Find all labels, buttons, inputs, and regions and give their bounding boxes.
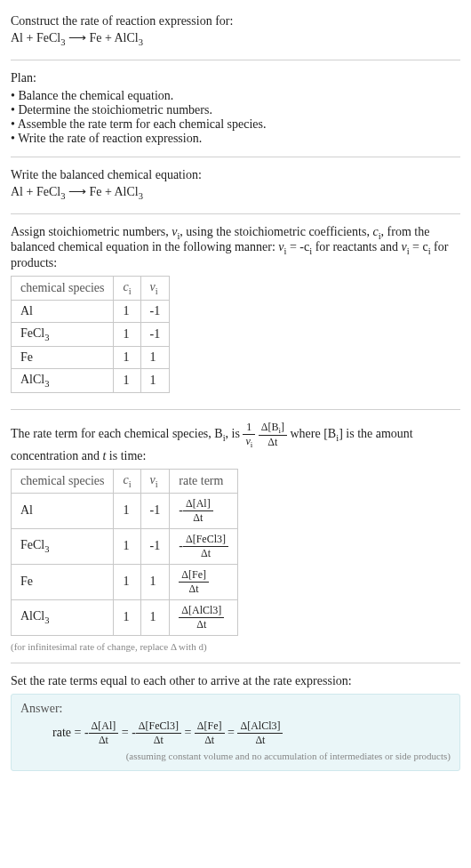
dBi-dt: Δ[Bi] Δt xyxy=(259,421,287,449)
rate-prefix: rate = xyxy=(52,725,84,738)
eq-lhs: Al + FeCl xyxy=(11,185,60,198)
table-header-row: chemical species ci νi rate term xyxy=(12,469,238,493)
answer-label: Answer: xyxy=(20,702,451,716)
divider xyxy=(11,663,460,663)
table-row: Fe 1 1 Δ[Fe]Δt xyxy=(12,564,238,599)
plan-heading: Plan: xyxy=(11,71,460,85)
assign-text: Assign stoichiometric numbers, xyxy=(11,225,172,238)
col-species: chemical species xyxy=(12,277,114,301)
table-row: FeCl3 1 -1 -Δ[FeCl3]Δt xyxy=(12,528,238,564)
balanced-equation: Al + FeCl3 ⟶ Fe + AlCl3 xyxy=(11,184,460,201)
assign-text: for reactants and xyxy=(312,240,401,253)
rate-expression: rate = -Δ[Al]Δt = -Δ[FeCl3]Δt = Δ[Fe]Δt … xyxy=(20,719,451,747)
sub3: 3 xyxy=(139,191,143,201)
stoich-table: chemical species ci νi Al 1 -1 FeCl3 1 -… xyxy=(11,276,170,392)
plan-block: Plan: Balance the chemical equation. Det… xyxy=(11,64,460,153)
assign-text: , using the stoichiometric coefficients, xyxy=(180,225,372,238)
rate-text: The rate term for each chemical species,… xyxy=(11,427,223,440)
product-relation: νi = ci xyxy=(401,240,430,253)
table-row: Al 1 -1 xyxy=(12,300,170,322)
plan-list: Balance the chemical equation. Determine… xyxy=(11,89,460,146)
rate-text: is time: xyxy=(106,449,146,462)
nui-cell: 1 xyxy=(140,368,170,392)
divider xyxy=(11,213,460,214)
divider xyxy=(11,409,460,410)
col-nui: νi xyxy=(140,277,170,301)
species-cell: Al xyxy=(12,300,114,322)
species-cell: Fe xyxy=(12,564,114,599)
nui-cell: -1 xyxy=(140,300,170,322)
delta-footnote: (for infinitesimal rate of change, repla… xyxy=(11,641,460,652)
balanced-block: Write the balanced chemical equation: Al… xyxy=(11,161,460,210)
plan-item: Balance the chemical equation. xyxy=(11,89,460,103)
eq-rhs: Fe + AlCl xyxy=(89,185,138,198)
col-ci: ci xyxy=(114,469,140,493)
rate-text: where [B xyxy=(291,427,337,440)
nui-cell: -1 xyxy=(140,322,170,346)
rate-term: Δ[FeCl3]Δt xyxy=(136,719,181,747)
assign-block: Assign stoichiometric numbers, νi, using… xyxy=(11,218,460,406)
col-rate: rate term xyxy=(170,469,238,493)
sub3: 3 xyxy=(60,37,65,47)
eq-lhs: Al + FeCl xyxy=(11,31,60,44)
table-row: AlCl3 1 1 Δ[AlCl3]Δt xyxy=(12,599,238,635)
question-block: Construct the rate of reaction expressio… xyxy=(11,7,460,56)
answer-box: Answer: rate = -Δ[Al]Δt = -Δ[FeCl3]Δt = … xyxy=(11,694,460,771)
divider xyxy=(11,157,460,157)
species-cell: AlCl3 xyxy=(12,368,114,392)
nui-cell: 1 xyxy=(140,564,170,599)
table-header-row: chemical species ci νi xyxy=(12,277,170,301)
divider xyxy=(11,60,460,60)
rate-text: , is xyxy=(226,427,243,440)
ci-cell: 1 xyxy=(114,300,140,322)
rate-cell: -Δ[Al]Δt xyxy=(170,493,238,528)
ci-cell: 1 xyxy=(114,368,140,392)
table-row: AlCl3 1 1 xyxy=(12,368,170,392)
ci-cell: 1 xyxy=(114,322,140,346)
final-heading: Set the rate terms equal to each other t… xyxy=(11,674,460,688)
rate-cell: -Δ[FeCl3]Δt xyxy=(170,528,238,564)
arrow: ⟶ xyxy=(68,31,90,44)
sub3: 3 xyxy=(139,37,143,47)
species-cell: Fe xyxy=(12,346,114,368)
eq-rhs: Fe + AlCl xyxy=(89,31,138,44)
ci-cell: 1 xyxy=(114,599,140,635)
rate-term-table: chemical species ci νi rate term Al 1 -1… xyxy=(11,469,238,636)
ci-cell: 1 xyxy=(114,564,140,599)
table-row: FeCl3 1 -1 xyxy=(12,322,170,346)
table-row: Fe 1 1 xyxy=(12,346,170,368)
reactant-relation: νi = -ci xyxy=(278,240,312,253)
species-cell: AlCl3 xyxy=(12,599,114,635)
one-over-nu: 1 νi xyxy=(243,421,255,449)
col-species: chemical species xyxy=(12,469,114,493)
col-nui: νi xyxy=(140,469,170,493)
plan-item: Determine the stoichiometric numbers. xyxy=(11,103,460,117)
rate-term-block: The rate term for each chemical species,… xyxy=(11,414,460,659)
species-cell: Al xyxy=(12,493,114,528)
rate-term: Δ[Fe]Δt xyxy=(195,719,225,747)
ci-cell: 1 xyxy=(114,346,140,368)
sub3: 3 xyxy=(60,191,65,201)
nui-cell: -1 xyxy=(140,493,170,528)
plan-item: Assemble the rate term for each chemical… xyxy=(11,117,460,132)
species-cell: FeCl3 xyxy=(12,322,114,346)
nui-cell: 1 xyxy=(140,346,170,368)
rate-term: Δ[AlCl3]Δt xyxy=(237,719,283,747)
arrow: ⟶ xyxy=(68,185,90,198)
table-row: Al 1 -1 -Δ[Al]Δt xyxy=(12,493,238,528)
balanced-heading: Write the balanced chemical equation: xyxy=(11,168,460,182)
ci-cell: 1 xyxy=(114,493,140,528)
nui-cell: 1 xyxy=(140,599,170,635)
ci-cell: 1 xyxy=(114,528,140,564)
rate-cell: Δ[AlCl3]Δt xyxy=(170,599,238,635)
question-title: Construct the rate of reaction expressio… xyxy=(11,14,460,28)
final-block: Set the rate terms equal to each other t… xyxy=(11,667,460,778)
plan-item: Write the rate of reaction expression. xyxy=(11,132,460,146)
nui-cell: -1 xyxy=(140,528,170,564)
answer-footnote: (assuming constant volume and no accumul… xyxy=(20,751,451,761)
species-cell: FeCl3 xyxy=(12,528,114,564)
rate-cell: Δ[Fe]Δt xyxy=(170,564,238,599)
col-ci: ci xyxy=(114,277,140,301)
rate-term: Δ[Al]Δt xyxy=(89,719,119,747)
unbalanced-equation: Al + FeCl3 ⟶ Fe + AlCl3 xyxy=(11,30,460,47)
